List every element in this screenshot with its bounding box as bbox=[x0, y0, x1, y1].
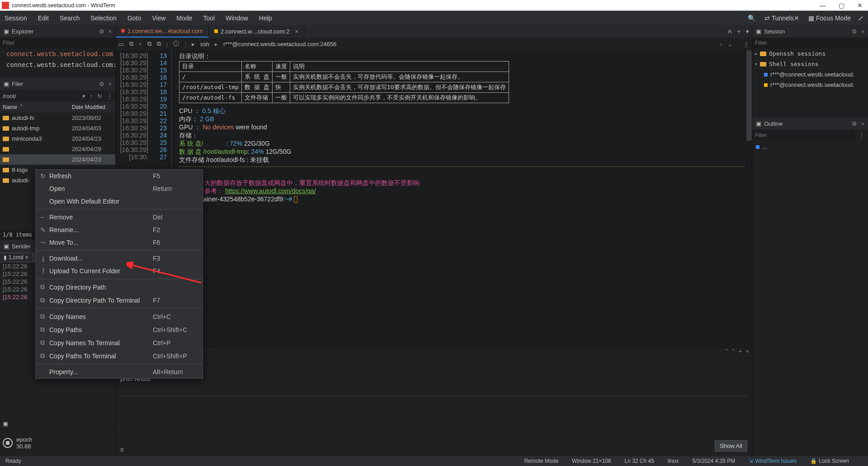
titlebar: connect.westb.seetacloud.com - WindTerm … bbox=[0, 0, 868, 11]
split-icon[interactable]: ⧉ bbox=[147, 40, 151, 48]
tabs-dropdown-icon[interactable]: ▾ bbox=[746, 28, 749, 35]
panel-close-icon[interactable]: × bbox=[861, 28, 864, 35]
ctx-property[interactable]: Property...Alt+Return bbox=[36, 366, 203, 378]
ctx-icon: ✎ bbox=[40, 226, 49, 233]
ctx-rename[interactable]: ✎Rename...F2 bbox=[36, 223, 203, 236]
explorer-filter[interactable] bbox=[0, 38, 115, 48]
more-icon[interactable]: ⋮ bbox=[743, 41, 749, 48]
session-item[interactable]: r***@connect.westb.seetacloud. bbox=[752, 69, 868, 80]
menu-window[interactable]: Window bbox=[226, 14, 248, 22]
maximize-icon[interactable]: ▢ bbox=[839, 2, 844, 9]
folder-icon bbox=[3, 178, 9, 183]
terminal-body[interactable]: 目录说明： 目录名称速度说明 /系 统 盘一般实例关机数据不会丢失，可存放代码等… bbox=[172, 50, 752, 347]
outline-filter[interactable] bbox=[752, 130, 855, 141]
chevron-down-icon[interactable]: ⌄ bbox=[727, 41, 732, 48]
panel-close-icon[interactable]: × bbox=[108, 28, 112, 35]
ctx-upload-to-current-folder[interactable]: ⭱Upload To Current FolderF4 bbox=[36, 265, 203, 277]
minimize-icon[interactable]: — bbox=[820, 2, 826, 9]
ctx-copy-directory-path-to-terminal[interactable]: ⧉Copy Directory Path To TerminalF7 bbox=[36, 294, 203, 307]
play-icon[interactable]: ▸ bbox=[192, 41, 195, 48]
menu-search[interactable]: Search bbox=[60, 14, 80, 22]
menu-tool[interactable]: Tool bbox=[203, 14, 215, 22]
sender-tab[interactable]: ▮ 1.cmd × bbox=[0, 253, 32, 262]
ctx-open[interactable]: OpenReturn bbox=[36, 182, 203, 195]
show-all-button[interactable]: Show All bbox=[715, 440, 747, 452]
stop-button[interactable] bbox=[3, 438, 13, 448]
explorer-item[interactable]: connect.westb.seetacloud.com bbox=[0, 48, 115, 59]
tab-close-icon[interactable]: × bbox=[295, 28, 298, 35]
split2-icon[interactable]: ⧉ bbox=[157, 40, 161, 48]
ctx-icon: ⧉ bbox=[40, 352, 49, 360]
chevron-up-icon[interactable]: ˄ bbox=[725, 348, 728, 355]
home-icon[interactable]: ▭ bbox=[118, 41, 124, 48]
menu-mode[interactable]: Mode bbox=[176, 14, 192, 22]
chevron-right-icon: ▸ bbox=[755, 51, 757, 56]
ctx-refresh[interactable]: ↻RefreshF5 bbox=[36, 170, 203, 182]
more-icon[interactable]: ⋮ bbox=[107, 93, 113, 100]
gear-icon[interactable]: ⚙ bbox=[852, 28, 857, 35]
ctx-copy-names-to-terminal[interactable]: ⧉Copy Names To TerminalCtrl+P bbox=[36, 336, 203, 349]
path-dropdown-icon[interactable]: ▾ bbox=[82, 93, 85, 100]
col-name[interactable]: Name bbox=[3, 104, 17, 110]
refresh-icon[interactable]: ↻ bbox=[97, 93, 102, 100]
session-group[interactable]: ▸ Openssh sessions bbox=[752, 48, 868, 59]
terminal-icon[interactable]: ▣ bbox=[3, 420, 8, 427]
menu-help[interactable]: Help bbox=[259, 14, 272, 22]
close-icon[interactable]: ✕ bbox=[857, 2, 863, 9]
ctx-copy-directory-path[interactable]: ⧉Copy Directory Path bbox=[36, 281, 203, 294]
expand-icon[interactable]: ⤢ bbox=[858, 14, 863, 22]
right-column: ▣ Session ⚙ × ▸ Openssh sessions ▾ Shell… bbox=[752, 25, 868, 456]
panel-close-icon[interactable]: × bbox=[861, 120, 864, 127]
gear-icon[interactable]: ⚙ bbox=[99, 28, 104, 35]
explorer-item[interactable]: connect.westb.seetacloud.com:2 bbox=[0, 59, 115, 70]
menu-session[interactable]: Session bbox=[5, 14, 27, 22]
chevron-right-icon[interactable]: › bbox=[720, 41, 722, 48]
close-icon[interactable]: × bbox=[745, 348, 749, 355]
file-row[interactable]: miniconda32024/04/23 bbox=[0, 133, 115, 144]
path-up-icon[interactable]: ↑ bbox=[90, 93, 93, 100]
ctx-move-to[interactable]: ⤳Move To...F6 bbox=[36, 236, 203, 249]
session-filter[interactable] bbox=[752, 38, 868, 48]
info-icon[interactable]: ⓘ bbox=[173, 40, 179, 48]
new-tab-icon[interactable]: + bbox=[737, 28, 741, 35]
file-row[interactable]: autodl-fs2023/08/02 bbox=[0, 113, 115, 123]
more-icon[interactable]: ⋮ bbox=[855, 132, 868, 139]
font-size-icon[interactable]: A bbox=[728, 28, 732, 35]
menu-edit[interactable]: Edit bbox=[38, 14, 49, 22]
menu-selection[interactable]: Selection bbox=[90, 14, 117, 22]
add-icon[interactable]: + bbox=[739, 348, 742, 355]
x-icon[interactable]: ✕ bbox=[794, 14, 799, 22]
copy-icon[interactable]: ⧉ bbox=[129, 40, 133, 48]
tab-close-icon[interactable]: × bbox=[25, 254, 28, 261]
editor-tab[interactable]: 1.connect.we…etacloud.com bbox=[116, 25, 209, 38]
gear-icon[interactable]: ⚙ bbox=[852, 120, 857, 127]
sort-icon[interactable]: ˄ bbox=[20, 104, 23, 110]
ctx-copy-paths-to-terminal[interactable]: ⧉Copy Paths To TerminalCtrl+Shift+P bbox=[36, 349, 203, 362]
status-lock[interactable]: 🔒Lock Screen bbox=[810, 458, 849, 464]
scrollbar[interactable] bbox=[746, 50, 752, 141]
ctx-download[interactable]: ⭳Download...F3 bbox=[36, 252, 203, 265]
file-row[interactable]: autodl-tmp2024/04/03 bbox=[0, 123, 115, 133]
chevron-down-icon[interactable]: ˅ bbox=[732, 348, 735, 355]
search-icon[interactable]: 🔍 bbox=[748, 14, 755, 22]
ctx-copy-paths[interactable]: ⧉Copy PathsCtrl+Shift+C bbox=[36, 323, 203, 336]
ctx-remove[interactable]: −RemoveDel bbox=[36, 211, 203, 223]
status-issues[interactable]: ⇲WindTerm Issues bbox=[749, 458, 797, 464]
filer-path[interactable]: /root/ bbox=[3, 93, 78, 100]
outline-item[interactable]: ... bbox=[756, 143, 864, 150]
menu-goto[interactable]: Goto bbox=[127, 14, 141, 22]
ctx-open-with-default-editor[interactable]: Open With Default Editor bbox=[36, 195, 203, 208]
focus-mode-button[interactable]: ▦Focus Mode bbox=[808, 14, 851, 22]
session-item[interactable]: r***@connect.westb.seetacloud. bbox=[752, 80, 868, 90]
panel-close-icon[interactable]: × bbox=[108, 81, 112, 87]
editor-tab[interactable]: 2.connect.w…cloud.com:2 × bbox=[209, 25, 304, 38]
session-group[interactable]: ▾ Shell sessions bbox=[752, 59, 868, 69]
col-date[interactable]: Date Modified bbox=[72, 104, 113, 110]
tunnels-button[interactable]: ⇄Tunnels bbox=[764, 14, 794, 22]
file-row[interactable]: 2024/04/23 bbox=[0, 154, 115, 165]
menu-view[interactable]: View bbox=[152, 14, 165, 22]
gear-icon[interactable]: ⚙ bbox=[99, 81, 104, 87]
terminal[interactable]: [16:30:29][16:30:29] [16:30:29][16:30:29… bbox=[116, 50, 752, 347]
file-row[interactable]: 2024/04/29 bbox=[0, 144, 115, 154]
ctx-copy-names[interactable]: ⧉Copy NamesCtrl+C bbox=[36, 310, 203, 323]
